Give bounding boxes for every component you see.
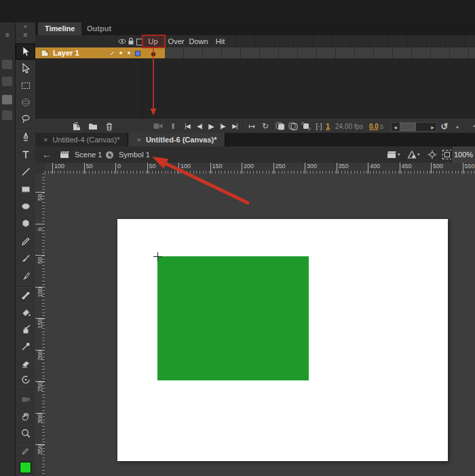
- brush-tool[interactable]: [16, 250, 35, 266]
- frame-cells-strip[interactable]: [165, 47, 475, 58]
- close-tab-icon[interactable]: ×: [136, 136, 140, 144]
- new-layer-button[interactable]: [71, 119, 83, 134]
- 3d-rotation-tool[interactable]: [16, 94, 35, 111]
- scroll-left-arrow[interactable]: ◀: [392, 125, 399, 130]
- bone-tool[interactable]: [16, 287, 35, 304]
- step-forward-button[interactable]: |▶: [217, 119, 228, 134]
- lock-all-layers-icon[interactable]: [128, 37, 134, 45]
- pen-tool[interactable]: [16, 130, 35, 146]
- subselection-tool[interactable]: [16, 60, 35, 77]
- play-button[interactable]: ▶: [206, 119, 216, 134]
- scrollbar-thumb[interactable]: [400, 123, 416, 131]
- polystar-tool[interactable]: [16, 215, 35, 231]
- fill-color-control[interactable]: [16, 459, 35, 475]
- scroll-right-arrow[interactable]: ▶: [429, 125, 436, 130]
- v-ruler-label: 400: [37, 471, 43, 476]
- stroke-color-control[interactable]: [16, 444, 35, 458]
- camera-tool[interactable]: [16, 391, 35, 408]
- camera-icon: [20, 394, 31, 405]
- center-frame-button[interactable]: ↦: [246, 119, 258, 134]
- eyedropper-icon: [20, 341, 31, 352]
- layer-1-row[interactable]: Layer 1: [35, 47, 142, 58]
- edit-scene-button[interactable]: ▾: [387, 146, 400, 163]
- tab-output[interactable]: Output: [80, 22, 118, 35]
- layer-visibility-dot[interactable]: [119, 52, 122, 54]
- document-tab-bar: ×Untitled-4 (Canvas)* ×Untitled-6 (Canva…: [35, 133, 475, 146]
- panel-menu-icon[interactable]: ≡: [0, 32, 15, 39]
- go-to-first-frame-button[interactable]: |◀: [182, 119, 193, 134]
- registration-crosshair-cursor: [153, 252, 162, 261]
- doc-tab-untitled-6[interactable]: ×Untitled-6 (Canvas)*: [128, 133, 225, 146]
- frame-label-hit[interactable]: Hit: [209, 35, 231, 47]
- layer-name[interactable]: Layer 1: [53, 49, 79, 57]
- timeline-body[interactable]: [35, 58, 475, 118]
- onion-skin-button[interactable]: [274, 119, 286, 134]
- drawn-green-rectangle[interactable]: [157, 256, 309, 380]
- timeline-collapse-button[interactable]: ▲: [452, 119, 463, 134]
- reset-timeline-zoom-button[interactable]: ↺: [438, 119, 451, 134]
- free-transform-tool[interactable]: [16, 77, 35, 94]
- h-ruler-label: 200: [242, 163, 254, 174]
- pencil-tool[interactable]: [16, 233, 35, 250]
- center-stage-button[interactable]: [428, 146, 437, 163]
- delete-layer-button[interactable]: [103, 119, 115, 134]
- lasso-tool[interactable]: [16, 111, 35, 127]
- keyframe-cell-up[interactable]: [142, 47, 165, 58]
- frame-label-down[interactable]: Down: [187, 35, 210, 47]
- dock-panel-button[interactable]: [2, 60, 12, 69]
- elapsed-time-field[interactable]: 0.0s: [369, 119, 390, 134]
- doc-tab-untitled-4[interactable]: ×Untitled-4 (Canvas)*: [35, 133, 128, 146]
- clip-content-button[interactable]: [442, 146, 452, 163]
- current-frame-field[interactable]: 1: [323, 119, 332, 134]
- frame-label-over[interactable]: Over: [165, 35, 187, 47]
- zoom-tool[interactable]: [16, 425, 35, 441]
- frame-rate-label[interactable]: 24.00 fps: [335, 119, 370, 134]
- eyedropper-tool[interactable]: [16, 338, 35, 355]
- dock-panel-button[interactable]: [2, 95, 12, 104]
- new-folder-button[interactable]: [87, 119, 99, 134]
- edit-symbols-button[interactable]: ▾: [407, 146, 420, 163]
- pasteboard[interactable]: [45, 174, 475, 476]
- h-ruler-label: 500: [431, 163, 443, 174]
- paint-bucket-tool[interactable]: [16, 304, 35, 321]
- show-hide-markers-button[interactable]: ‖: [168, 119, 178, 134]
- symbol-breadcrumb[interactable]: Symbol 1: [119, 146, 150, 163]
- collapse-panel-icon[interactable]: «: [16, 23, 35, 30]
- text-tool[interactable]: [16, 146, 35, 163]
- step-back-button[interactable]: ◀|: [194, 119, 205, 134]
- tab-timeline[interactable]: Timeline: [38, 22, 81, 35]
- onion-skin-outlines-button[interactable]: [287, 119, 299, 134]
- rectangle-tool[interactable]: [16, 181, 35, 197]
- frame-label-up[interactable]: Up: [142, 35, 164, 47]
- layer-outline-color-swatch[interactable]: [135, 51, 140, 56]
- oval-tool[interactable]: [16, 198, 35, 214]
- back-button[interactable]: ←: [42, 146, 52, 163]
- scene-breadcrumb[interactable]: Scene 1: [75, 146, 102, 163]
- tools-menu-icon[interactable]: ≡: [16, 32, 35, 39]
- ink-bottle-tool[interactable]: [16, 321, 35, 338]
- deco-tool[interactable]: [16, 372, 35, 388]
- stage-canvas[interactable]: [117, 219, 448, 461]
- dock-panel-button[interactable]: [2, 111, 12, 120]
- line-tool[interactable]: [16, 163, 35, 180]
- edit-multiple-frames-button[interactable]: [300, 119, 312, 134]
- close-tab-icon[interactable]: ×: [43, 136, 48, 144]
- go-to-last-frame-button[interactable]: ▶|: [229, 119, 240, 134]
- edit-bar: ← Scene 1 Symbol 1 ▾ ▾ 100%: [35, 146, 475, 163]
- camera-toggle-button[interactable]: [152, 119, 164, 134]
- selection-tool[interactable]: [16, 43, 35, 60]
- h-ruler-label: 300: [305, 163, 317, 174]
- frame-ruler[interactable]: Up Over Down Hit: [142, 35, 475, 47]
- magnifier-icon: [20, 428, 31, 439]
- paint-brush-tool[interactable]: [16, 268, 35, 284]
- dock-panel-button[interactable]: [2, 77, 12, 86]
- loop-playback-button[interactable]: ↻: [259, 119, 271, 134]
- show-hide-all-layers-eye-icon[interactable]: [118, 38, 126, 45]
- layer-lock-dot[interactable]: [128, 52, 130, 54]
- stage-zoom-field[interactable]: 100%: [451, 146, 475, 163]
- eraser-tool[interactable]: [16, 355, 35, 372]
- hand-tool[interactable]: [16, 408, 35, 424]
- v-ruler-label: 150: [37, 313, 43, 334]
- timeline-horizontal-scrollbar[interactable]: ◀ ▶: [391, 122, 437, 132]
- v-ruler-label: 300: [37, 408, 43, 429]
